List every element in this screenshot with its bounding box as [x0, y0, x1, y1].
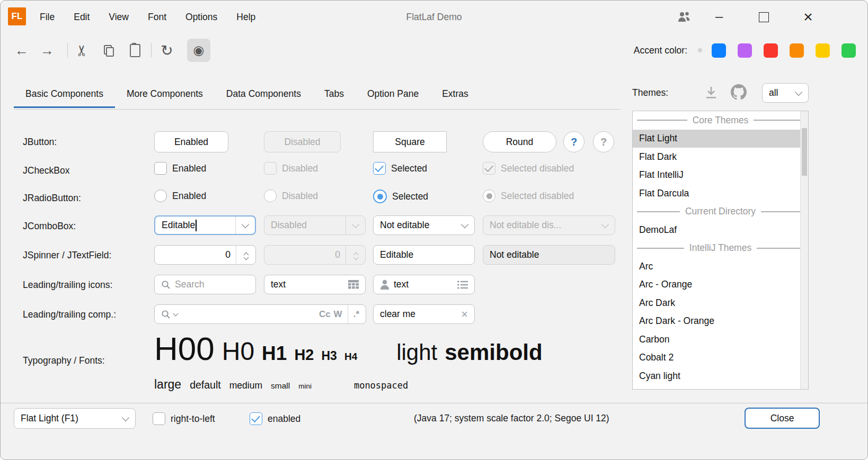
accent-swatch-green[interactable] — [842, 43, 856, 58]
radio-selected[interactable]: Selected — [373, 190, 428, 203]
help-button[interactable]: ? — [563, 131, 584, 152]
theme-item-flat-light[interactable]: Flat Light — [633, 130, 808, 148]
themes-list: Core Themes Flat Light Flat Dark Flat In… — [632, 111, 809, 390]
accent-swatch-yellow[interactable] — [816, 43, 830, 58]
spinner-buttons — [346, 246, 365, 264]
editable-textfield[interactable]: Editable — [373, 245, 475, 265]
text-field-calendar[interactable]: text — [264, 275, 366, 294]
theme-item-carbon[interactable]: Carbon — [633, 330, 808, 349]
chevron-down-icon[interactable] — [116, 409, 135, 428]
chevron-down-icon — [596, 216, 615, 234]
chevron-down-icon[interactable] — [173, 311, 179, 317]
accent-swatch-orange[interactable] — [790, 43, 804, 58]
checkbox-disabled: Disabled — [264, 162, 318, 175]
typography-headings: H00 H0 H1 H2 H3 H4 light semibold — [154, 330, 543, 367]
users-icon[interactable] — [667, 1, 701, 33]
tab-extras[interactable]: Extras — [430, 81, 480, 108]
spinner[interactable]: 0 — [154, 245, 256, 265]
accent-swatch-purple[interactable] — [738, 43, 752, 58]
theme-item-flat-intellij[interactable]: Flat IntelliJ — [633, 166, 808, 185]
minimize-button[interactable]: ─ — [702, 1, 736, 33]
download-theme-button[interactable] — [704, 86, 718, 99]
mini-sample: mini — [298, 382, 312, 390]
h4-sample: H4 — [344, 351, 357, 363]
accent-swatch-red[interactable] — [764, 43, 778, 58]
editable-combobox[interactable]: Editable — [154, 215, 256, 235]
tab-data-components[interactable]: Data Components — [215, 81, 313, 108]
tab-tabs[interactable]: Tabs — [313, 81, 356, 108]
back-button[interactable]: ← — [11, 39, 32, 62]
h0-sample: H0 — [222, 337, 254, 366]
clear-icon[interactable]: × — [461, 308, 468, 321]
chevron-down-icon[interactable] — [455, 216, 474, 234]
scrollbar-thumb[interactable] — [802, 128, 807, 176]
theme-item-arc-dark[interactable]: Arc Dark — [633, 294, 808, 312]
radio-selected-icon — [373, 190, 387, 203]
laf-combobox[interactable]: Flat Light (F1) — [14, 408, 136, 429]
theme-item-cyan-light[interactable]: Cyan light — [633, 367, 808, 385]
tab-underline — [14, 109, 621, 110]
checkbox-enabled[interactable]: Enabled — [154, 162, 206, 175]
leading-trailing-comp-label: Leading/trailing comp.: — [23, 309, 116, 320]
show-hidden-toggle-button[interactable]: ◉ — [187, 39, 210, 62]
theme-item-flat-dark[interactable]: Flat Dark — [633, 148, 808, 166]
menu-view[interactable]: View — [109, 12, 129, 23]
accent-swatch-blue[interactable] — [712, 43, 726, 58]
github-icon — [731, 84, 747, 100]
menu-file[interactable]: File — [40, 12, 55, 23]
spinner-buttons[interactable] — [236, 246, 255, 264]
maximize-button[interactable] — [747, 1, 781, 33]
scrollbar-track[interactable] — [800, 111, 808, 389]
close-window-button[interactable]: × — [791, 1, 825, 33]
refresh-button[interactable]: ↻ — [155, 39, 179, 62]
search-field[interactable]: Search — [154, 275, 256, 294]
close-button[interactable]: Close — [745, 408, 820, 429]
jradiobutton-label: JRadioButton: — [23, 193, 81, 204]
regex-button[interactable]: .* — [353, 309, 359, 320]
tab-option-pane[interactable]: Option Pane — [356, 81, 430, 108]
match-case-button[interactable]: Cc — [319, 309, 331, 320]
whole-word-button[interactable]: W — [334, 309, 342, 320]
not-editable-disabled-combobox: Not editable dis... — [483, 215, 615, 235]
themes-filter-combobox[interactable]: all — [762, 83, 809, 103]
tab-basic-components[interactable]: Basic Components — [14, 81, 115, 108]
theme-item-arc-dark-orange[interactable]: Arc Dark - Orange — [633, 312, 808, 331]
enabled-button[interactable]: Enabled — [154, 131, 228, 152]
menu-help[interactable]: Help — [236, 12, 255, 23]
menu-font[interactable]: Font — [148, 12, 166, 23]
theme-item-dark-flat[interactable]: Dark Flat — [633, 385, 808, 390]
radio-icon — [154, 190, 167, 202]
accent-swatch-default[interactable] — [698, 48, 702, 52]
checkbox-checked-icon — [373, 162, 386, 175]
theme-item-flat-darcula[interactable]: Flat Darcula — [633, 184, 808, 203]
menu-options[interactable]: Options — [185, 12, 217, 23]
copy-button[interactable] — [97, 39, 120, 62]
menubar: File Edit View Font Options Help — [40, 1, 255, 33]
h1-sample: H1 — [262, 342, 287, 365]
refresh-icon: ↻ — [161, 42, 173, 59]
theme-item-demolaf[interactable]: DemoLaf — [633, 221, 808, 239]
chevron-down-icon[interactable] — [789, 84, 808, 102]
not-editable-combobox[interactable]: Not editable — [373, 215, 475, 235]
tab-more-components[interactable]: More Components — [115, 81, 215, 108]
forward-button[interactable]: → — [37, 39, 58, 62]
right-to-left-checkbox[interactable]: right-to-left — [153, 412, 215, 425]
cut-button[interactable]: ✂ — [70, 39, 94, 62]
round-button[interactable]: Round — [483, 131, 556, 152]
search-with-options-field[interactable]: Cc W .* — [154, 304, 366, 324]
theme-item-arc[interactable]: Arc — [633, 257, 808, 276]
checkbox-selected[interactable]: Selected — [373, 162, 427, 175]
radio-enabled[interactable]: Enabled — [154, 190, 206, 202]
enabled-checkbox[interactable]: enabled — [250, 412, 300, 425]
spinner-disabled: 0 — [264, 245, 366, 265]
chevron-down-icon[interactable] — [236, 217, 255, 234]
theme-item-arc-orange[interactable]: Arc - Orange — [633, 276, 808, 294]
text-field-user[interactable]: text — [373, 275, 475, 294]
github-link[interactable] — [731, 84, 747, 100]
square-button[interactable]: Square — [373, 131, 447, 152]
clearable-field[interactable]: clear me × — [373, 304, 475, 324]
jspinner-label: JSpinner / JTextField: — [23, 250, 111, 261]
paste-button[interactable] — [123, 39, 147, 62]
menu-edit[interactable]: Edit — [74, 12, 90, 23]
theme-item-cobalt-2[interactable]: Cobalt 2 — [633, 349, 808, 367]
